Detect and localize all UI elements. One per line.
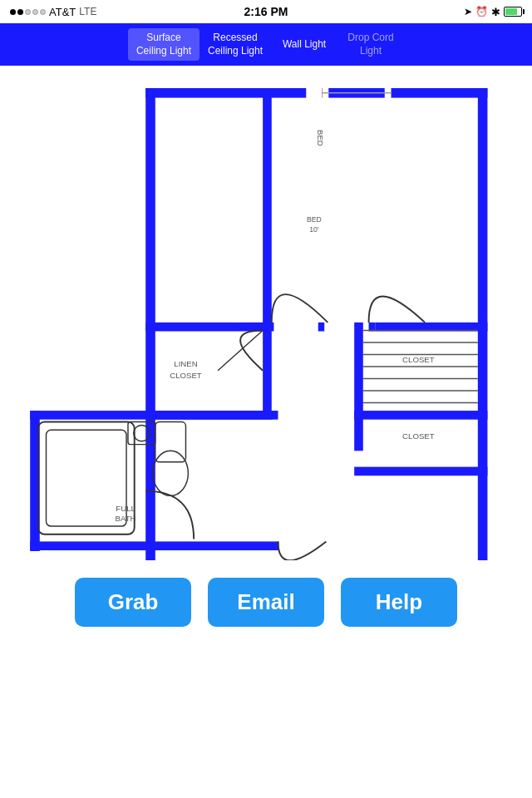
- svg-rect-20: [30, 411, 146, 420]
- svg-rect-18: [354, 323, 363, 451]
- svg-rect-26: [354, 467, 487, 476]
- svg-text:CLOSET: CLOSET: [170, 372, 202, 381]
- svg-text:10': 10': [309, 225, 319, 234]
- battery-icon: [504, 7, 522, 17]
- svg-rect-5: [145, 88, 155, 618]
- svg-rect-11: [145, 323, 273, 332]
- action-buttons: Grab Email Help: [0, 560, 532, 643]
- svg-text:BED: BED: [316, 130, 325, 146]
- svg-rect-24: [145, 411, 273, 420]
- svg-text:BED: BED: [307, 215, 322, 224]
- alarm-icon: ⏰: [475, 6, 488, 17]
- svg-rect-22: [30, 542, 278, 551]
- email-button[interactable]: Email: [208, 578, 324, 627]
- svg-text:CLOSET: CLOSET: [402, 431, 435, 441]
- carrier-info: AT&T LTE: [10, 6, 96, 18]
- svg-text:LINEN: LINEN: [174, 359, 197, 368]
- light-type-toolbar: SurfaceCeiling Light RecessedCeiling Lig…: [0, 23, 532, 66]
- status-icons: ➤ ⏰ ✱: [464, 6, 522, 18]
- location-icon: ➤: [464, 6, 472, 17]
- signal-dots: [10, 9, 46, 15]
- svg-text:FULL: FULL: [116, 504, 135, 513]
- help-button[interactable]: Help: [341, 578, 457, 627]
- svg-rect-12: [274, 323, 318, 332]
- svg-rect-13: [318, 323, 325, 332]
- svg-rect-36: [47, 430, 127, 526]
- toolbar-wall-light[interactable]: Wall Light: [271, 35, 337, 55]
- svg-point-38: [153, 451, 188, 496]
- toolbar-drop-cord-light[interactable]: Drop CordLight: [337, 28, 404, 61]
- grab-button[interactable]: Grab: [75, 578, 191, 627]
- svg-rect-25: [354, 411, 487, 420]
- svg-text:BATH: BATH: [116, 514, 136, 523]
- svg-rect-17: [263, 96, 272, 323]
- bluetooth-icon: ✱: [491, 6, 500, 18]
- svg-rect-0: [145, 88, 306, 98]
- svg-rect-23: [263, 323, 272, 415]
- network-label: LTE: [79, 6, 96, 17]
- time-display: 2:16 PM: [244, 5, 288, 18]
- status-bar: AT&T LTE 2:16 PM ➤ ⏰ ✱: [0, 0, 532, 23]
- svg-rect-6: [478, 88, 488, 618]
- toolbar-surface-ceiling-light[interactable]: SurfaceCeiling Light: [128, 28, 200, 61]
- floorplan-area[interactable]: BED BED 10' LINEN CLOSET FULL BATH CLOSE…: [0, 66, 532, 643]
- carrier-label: AT&T: [49, 6, 76, 18]
- svg-rect-4: [392, 88, 488, 98]
- floorplan-svg: BED BED 10' LINEN CLOSET FULL BATH CLOSE…: [0, 66, 532, 643]
- toolbar-recessed-ceiling-light[interactable]: RecessedCeiling Light: [200, 28, 271, 61]
- svg-text:CLOSET: CLOSET: [402, 355, 435, 364]
